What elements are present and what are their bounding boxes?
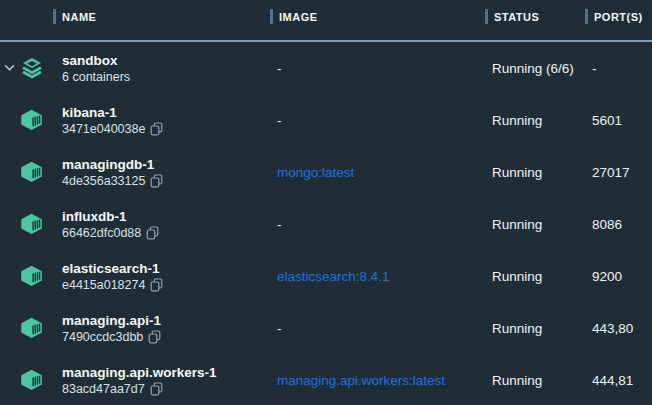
image-cell[interactable]: elasticsearch:8.4.1 <box>270 269 485 284</box>
container-id: 83acd47aa7d7 <box>62 381 145 397</box>
container-rows: sandbox 6 containers - Running (6/6) - <box>0 42 652 405</box>
container-icon <box>20 317 43 339</box>
container-name: elasticsearch-1 <box>62 260 163 277</box>
copy-icon[interactable] <box>146 226 159 240</box>
stack-icon <box>20 57 44 80</box>
table-row[interactable]: kibana-1 3471e040038e - Running 5601 <box>0 94 652 146</box>
name-cell: kibana-1 3471e040038e <box>0 94 270 146</box>
ports-cell: 443,80 <box>585 321 652 336</box>
status-cell: Running <box>485 373 585 388</box>
container-subline: 7490ccdc3dbb <box>62 329 161 345</box>
name-cell: managing.api-1 7490ccdc3dbb <box>0 302 270 354</box>
table-header: NAME IMAGE STATUS PORT(S) <box>0 0 652 42</box>
containers-table: NAME IMAGE STATUS PORT(S) <box>0 0 652 405</box>
column-header-status[interactable]: STATUS <box>485 9 585 24</box>
container-id: 66462dfc0d88 <box>62 225 141 241</box>
name-cell: managingdb-1 4de356a33125 <box>0 146 270 198</box>
table-row[interactable]: elasticsearch-1 e4415a018274 elasticsear… <box>0 250 652 302</box>
image-cell: - <box>270 113 485 128</box>
container-id: 6 containers <box>62 69 130 85</box>
container-icon <box>20 265 43 287</box>
name-text-block: managing.api.workers-1 83acd47aa7d7 <box>62 364 217 397</box>
copy-icon[interactable] <box>148 330 161 344</box>
status-cell: Running <box>485 165 585 180</box>
container-icon <box>20 161 43 183</box>
container-id: 7490ccdc3dbb <box>62 329 143 345</box>
container-name: sandbox <box>62 52 130 69</box>
ports-cell: 5601 <box>585 113 652 128</box>
container-icon <box>20 213 43 235</box>
table-row[interactable]: managing.api-1 7490ccdc3dbb - Running 44… <box>0 302 652 354</box>
copy-icon[interactable] <box>150 174 163 188</box>
status-cell: Running <box>485 113 585 128</box>
column-header-image[interactable]: IMAGE <box>270 9 485 24</box>
image-cell: - <box>270 217 485 232</box>
image-cell: - <box>270 321 485 336</box>
name-text-block: influxdb-1 66462dfc0d88 <box>62 208 159 241</box>
name-text-block: elasticsearch-1 e4415a018274 <box>62 260 163 293</box>
column-separator <box>270 9 273 24</box>
image-cell: - <box>270 61 485 76</box>
name-cell: influxdb-1 66462dfc0d88 <box>0 198 270 250</box>
container-id: 3471e040038e <box>62 121 145 137</box>
name-text-block: managing.api-1 7490ccdc3dbb <box>62 312 161 345</box>
column-separator <box>585 9 588 24</box>
column-header-label: PORT(S) <box>594 11 643 23</box>
ports-cell: 8086 <box>585 217 652 232</box>
column-separator <box>485 9 488 24</box>
container-id: e4415a018274 <box>62 277 145 293</box>
name-text-block: managingdb-1 4de356a33125 <box>62 156 163 189</box>
name-cell: managing.api.workers-1 83acd47aa7d7 <box>0 354 270 405</box>
name-text-block: kibana-1 3471e040038e <box>62 104 163 137</box>
copy-icon[interactable] <box>150 278 163 292</box>
status-cell: Running <box>485 269 585 284</box>
container-name: managing.api.workers-1 <box>62 364 217 381</box>
container-name: influxdb-1 <box>62 208 159 225</box>
container-subline: 83acd47aa7d7 <box>62 381 217 397</box>
container-icon <box>20 109 43 131</box>
container-subline: 66462dfc0d88 <box>62 225 159 241</box>
table-row[interactable]: influxdb-1 66462dfc0d88 - Running 8086 <box>0 198 652 250</box>
ports-cell: - <box>585 61 652 76</box>
expander-chevron-icon[interactable] <box>4 64 15 72</box>
image-cell[interactable]: managing.api.workers:latest <box>270 373 485 388</box>
copy-icon[interactable] <box>150 122 163 136</box>
column-header-name[interactable]: NAME <box>0 9 270 24</box>
status-cell: Running (6/6) <box>485 61 585 76</box>
container-subline: 3471e040038e <box>62 121 163 137</box>
copy-icon[interactable] <box>150 382 163 396</box>
status-cell: Running <box>485 217 585 232</box>
table-row[interactable]: sandbox 6 containers - Running (6/6) - <box>0 42 652 94</box>
container-id: 4de356a33125 <box>62 173 145 189</box>
table-row[interactable]: managingdb-1 4de356a33125 mongo:latest R… <box>0 146 652 198</box>
name-cell: sandbox 6 containers <box>0 42 270 94</box>
table-row[interactable]: managing.api.workers-1 83acd47aa7d7 mana… <box>0 354 652 405</box>
column-header-ports[interactable]: PORT(S) <box>585 9 652 24</box>
ports-cell: 444,81 <box>585 373 652 388</box>
container-name: kibana-1 <box>62 104 163 121</box>
container-subline: e4415a018274 <box>62 277 163 293</box>
column-header-label: NAME <box>62 11 96 23</box>
column-header-label: STATUS <box>494 11 539 23</box>
container-icon <box>20 369 43 391</box>
ports-cell: 27017 <box>585 165 652 180</box>
container-name: managing.api-1 <box>62 312 161 329</box>
column-separator <box>53 9 56 24</box>
name-text-block: sandbox 6 containers <box>62 52 130 85</box>
image-cell[interactable]: mongo:latest <box>270 165 485 180</box>
container-subline: 4de356a33125 <box>62 173 163 189</box>
container-subline: 6 containers <box>62 69 130 85</box>
ports-cell: 9200 <box>585 269 652 284</box>
name-cell: elasticsearch-1 e4415a018274 <box>0 250 270 302</box>
column-header-label: IMAGE <box>279 11 318 23</box>
container-name: managingdb-1 <box>62 156 163 173</box>
status-cell: Running <box>485 321 585 336</box>
